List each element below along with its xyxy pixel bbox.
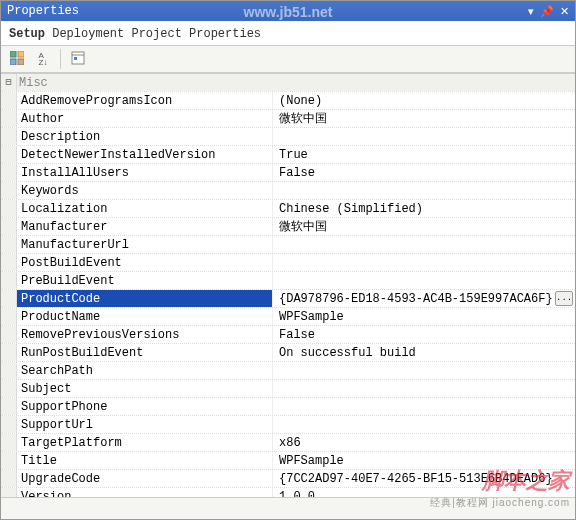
property-value[interactable] — [273, 128, 575, 145]
svg-rect-3 — [18, 59, 24, 65]
row-gutter — [1, 164, 17, 181]
property-value[interactable] — [273, 182, 575, 199]
svg-rect-4 — [72, 52, 84, 64]
category-expander[interactable]: ⊟ — [1, 74, 17, 91]
row-gutter — [1, 236, 17, 253]
property-name[interactable]: Localization — [17, 200, 273, 217]
property-grid[interactable]: ⊟ Misc AddRemoveProgramsIcon(None)Author… — [1, 73, 575, 520]
property-value[interactable] — [273, 380, 575, 397]
property-row[interactable]: RemovePreviousVersionsFalse — [1, 326, 575, 344]
property-name[interactable]: ProductName — [17, 308, 273, 325]
row-gutter — [1, 290, 17, 307]
property-row[interactable]: ProductCode{DA978796-ED18-4593-AC4B-159E… — [1, 290, 575, 308]
row-gutter — [1, 470, 17, 487]
description-pane — [1, 497, 575, 519]
property-name[interactable]: Keywords — [17, 182, 273, 199]
property-row[interactable]: ManufacturerUrl — [1, 236, 575, 254]
property-value[interactable]: x86 — [273, 434, 575, 451]
property-value[interactable] — [273, 416, 575, 433]
property-name[interactable]: RemovePreviousVersions — [17, 326, 273, 343]
property-row[interactable]: SearchPath — [1, 362, 575, 380]
ellipsis-button[interactable]: ... — [555, 291, 573, 306]
titlebar: Properties ▾ 📌 ✕ — [1, 1, 575, 21]
property-name[interactable]: SupportPhone — [17, 398, 273, 415]
property-name[interactable]: InstallAllUsers — [17, 164, 273, 181]
property-row[interactable]: Keywords — [1, 182, 575, 200]
property-row[interactable]: Description — [1, 128, 575, 146]
property-value[interactable]: 微软中国 — [273, 218, 575, 235]
alphabetical-icon: AZ↓ — [39, 52, 48, 66]
property-name[interactable]: AddRemoveProgramsIcon — [17, 92, 273, 109]
property-name[interactable]: Description — [17, 128, 273, 145]
close-icon[interactable]: ✕ — [560, 5, 569, 18]
row-gutter — [1, 254, 17, 271]
property-row[interactable]: PreBuildEvent — [1, 272, 575, 290]
property-name[interactable]: UpgradeCode — [17, 470, 273, 487]
row-gutter — [1, 380, 17, 397]
property-name[interactable]: PostBuildEvent — [17, 254, 273, 271]
property-value[interactable]: On successful build — [273, 344, 575, 361]
property-value[interactable]: Chinese (Simplified) — [273, 200, 575, 217]
property-value[interactable]: WPFSample — [273, 308, 575, 325]
property-name[interactable]: SearchPath — [17, 362, 273, 379]
property-name[interactable]: SupportUrl — [17, 416, 273, 433]
property-value[interactable]: {7CC2AD97-40E7-4265-BF15-513E6B4DEAD6} — [273, 470, 575, 487]
property-row[interactable]: TitleWPFSample — [1, 452, 575, 470]
category-label: Misc — [17, 74, 575, 91]
property-value[interactable] — [273, 272, 575, 289]
property-row[interactable]: Subject — [1, 380, 575, 398]
property-value[interactable]: WPFSample — [273, 452, 575, 469]
property-row[interactable]: AddRemoveProgramsIcon(None) — [1, 92, 575, 110]
property-name[interactable]: PreBuildEvent — [17, 272, 273, 289]
property-name[interactable]: TargetPlatform — [17, 434, 273, 451]
property-name[interactable]: Manufacturer — [17, 218, 273, 235]
property-row[interactable]: DetectNewerInstalledVersionTrue — [1, 146, 575, 164]
row-gutter — [1, 146, 17, 163]
svg-rect-0 — [10, 51, 16, 57]
property-pages-button[interactable] — [66, 48, 90, 70]
property-row[interactable]: SupportUrl — [1, 416, 575, 434]
property-row[interactable]: Manufacturer微软中国 — [1, 218, 575, 236]
property-value[interactable] — [273, 398, 575, 415]
property-name[interactable]: ProductCode — [17, 290, 273, 307]
subtitle-bar: Setup Deployment Project Properties — [1, 21, 575, 45]
property-row[interactable]: SupportPhone — [1, 398, 575, 416]
alphabetical-button[interactable]: AZ↓ — [31, 48, 55, 70]
property-value[interactable]: False — [273, 326, 575, 343]
property-value[interactable] — [273, 254, 575, 271]
property-row[interactable]: RunPostBuildEventOn successful build — [1, 344, 575, 362]
dropdown-icon[interactable]: ▾ — [528, 5, 534, 18]
property-value[interactable]: 微软中国 — [273, 110, 575, 127]
property-row[interactable]: Author微软中国 — [1, 110, 575, 128]
property-value[interactable]: True — [273, 146, 575, 163]
property-row[interactable]: PostBuildEvent — [1, 254, 575, 272]
row-gutter — [1, 200, 17, 217]
row-gutter — [1, 452, 17, 469]
property-pages-icon — [71, 51, 85, 67]
property-name[interactable]: ManufacturerUrl — [17, 236, 273, 253]
property-value[interactable]: {DA978796-ED18-4593-AC4B-159E997ACA6F}..… — [273, 290, 575, 307]
row-gutter — [1, 218, 17, 235]
property-name[interactable]: Title — [17, 452, 273, 469]
property-value[interactable]: (None) — [273, 92, 575, 109]
row-gutter — [1, 110, 17, 127]
property-name[interactable]: DetectNewerInstalledVersion — [17, 146, 273, 163]
property-row[interactable]: UpgradeCode{7CC2AD97-40E7-4265-BF15-513E… — [1, 470, 575, 488]
property-row[interactable]: TargetPlatformx86 — [1, 434, 575, 452]
property-row[interactable]: InstallAllUsersFalse — [1, 164, 575, 182]
categorized-button[interactable] — [5, 48, 29, 70]
category-row[interactable]: ⊟ Misc — [1, 74, 575, 92]
svg-rect-2 — [10, 59, 16, 65]
row-gutter — [1, 398, 17, 415]
pin-icon[interactable]: 📌 — [540, 5, 554, 18]
subtitle-rest: Deployment Project Properties — [52, 27, 261, 41]
property-value[interactable]: False — [273, 164, 575, 181]
property-name[interactable]: Author — [17, 110, 273, 127]
row-gutter — [1, 416, 17, 433]
property-value[interactable] — [273, 236, 575, 253]
property-value[interactable] — [273, 362, 575, 379]
property-name[interactable]: RunPostBuildEvent — [17, 344, 273, 361]
property-name[interactable]: Subject — [17, 380, 273, 397]
property-row[interactable]: LocalizationChinese (Simplified) — [1, 200, 575, 218]
property-row[interactable]: ProductNameWPFSample — [1, 308, 575, 326]
